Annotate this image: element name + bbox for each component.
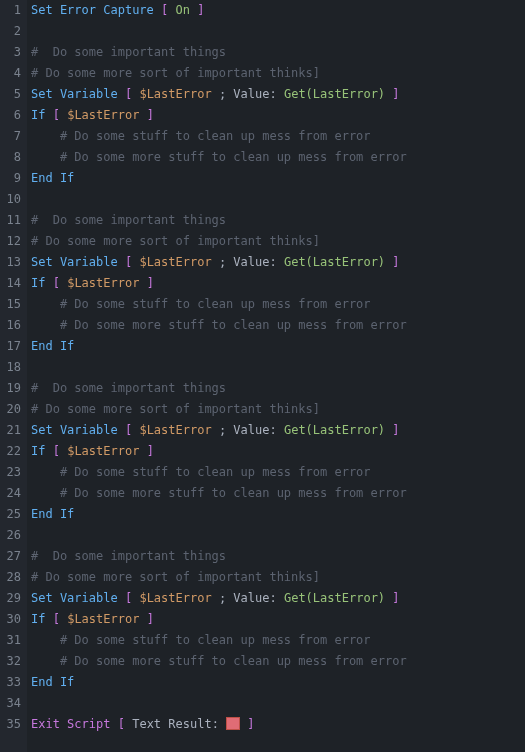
line-number: 13 xyxy=(0,252,21,273)
code-line[interactable]: Set Variable [ $LastError ; Value: Get(L… xyxy=(31,84,407,105)
code-line[interactable]: Exit Script [ Text Result: ] xyxy=(31,714,407,735)
code-line[interactable] xyxy=(31,525,407,546)
code-line[interactable]: End If xyxy=(31,672,407,693)
token-keyword: End If xyxy=(31,339,74,353)
token-keyword: If xyxy=(31,276,45,290)
line-number: 34 xyxy=(0,693,21,714)
line-number: 10 xyxy=(0,189,21,210)
code-line[interactable]: Set Variable [ $LastError ; Value: Get(L… xyxy=(31,420,407,441)
code-line[interactable]: If [ $LastError ] xyxy=(31,609,407,630)
token-comment: # Do some important things xyxy=(31,381,226,395)
line-number: 19 xyxy=(0,378,21,399)
line-number: 15 xyxy=(0,294,21,315)
token-text xyxy=(118,423,125,437)
token-var: $LastError xyxy=(67,612,139,626)
token-keyword: End If xyxy=(31,171,74,185)
token-text xyxy=(139,108,146,122)
token-comment: # Do some more stuff to clean up mess fr… xyxy=(60,318,407,332)
token-comment: # Do some more sort of important thinks] xyxy=(31,234,320,248)
line-number: 8 xyxy=(0,147,21,168)
code-line[interactable]: # Do some more stuff to clean up mess fr… xyxy=(31,483,407,504)
token-comment: # Do some important things xyxy=(31,45,226,59)
line-number: 21 xyxy=(0,420,21,441)
token-text: ; xyxy=(212,423,234,437)
code-line[interactable]: # Do some more stuff to clean up mess fr… xyxy=(31,315,407,336)
token-text xyxy=(45,612,52,626)
token-text: Value: xyxy=(233,87,276,101)
code-line[interactable]: Set Error Capture [ On ] xyxy=(31,0,407,21)
code-line[interactable]: # Do some more sort of important thinks] xyxy=(31,399,407,420)
token-comment: # Do some stuff to clean up mess from er… xyxy=(60,129,371,143)
line-number: 17 xyxy=(0,336,21,357)
token-keyword: If xyxy=(31,612,45,626)
code-area[interactable]: Set Error Capture [ On ]# Do some import… xyxy=(27,0,407,752)
token-text: Value: xyxy=(233,423,276,437)
code-line[interactable] xyxy=(31,693,407,714)
token-var: $LastError xyxy=(67,444,139,458)
line-number: 33 xyxy=(0,672,21,693)
line-number: 5 xyxy=(0,84,21,105)
line-number: 14 xyxy=(0,273,21,294)
code-line[interactable] xyxy=(31,189,407,210)
token-punct: ] xyxy=(392,423,399,437)
line-number: 7 xyxy=(0,126,21,147)
line-number: 2 xyxy=(0,21,21,42)
token-text xyxy=(139,444,146,458)
code-line[interactable]: If [ $LastError ] xyxy=(31,105,407,126)
code-line[interactable]: # Do some stuff to clean up mess from er… xyxy=(31,126,407,147)
token-cmd: Set Variable xyxy=(31,255,118,269)
code-line[interactable]: # Do some more stuff to clean up mess fr… xyxy=(31,651,407,672)
token-punct: [ xyxy=(53,276,60,290)
token-keyword: End If xyxy=(31,507,74,521)
code-line[interactable]: # Do some more stuff to clean up mess fr… xyxy=(31,147,407,168)
code-line[interactable]: # Do some more sort of important thinks] xyxy=(31,231,407,252)
code-line[interactable]: End If xyxy=(31,336,407,357)
token-text: Text Result: xyxy=(132,717,219,731)
token-text xyxy=(277,423,284,437)
code-line[interactable] xyxy=(31,357,407,378)
token-punct: ] xyxy=(147,612,154,626)
code-line[interactable]: # Do some stuff to clean up mess from er… xyxy=(31,294,407,315)
token-text xyxy=(277,255,284,269)
code-line[interactable] xyxy=(31,21,407,42)
line-number: 20 xyxy=(0,399,21,420)
token-punct: ] xyxy=(392,87,399,101)
token-comment: # Do some important things xyxy=(31,213,226,227)
token-keyword: If xyxy=(31,444,45,458)
token-cmd: Set Error Capture xyxy=(31,3,154,17)
token-text: Value: xyxy=(233,591,276,605)
code-line[interactable]: # Do some important things xyxy=(31,42,407,63)
token-punct: ] xyxy=(147,276,154,290)
code-line[interactable]: Set Variable [ $LastError ; Value: Get(L… xyxy=(31,252,407,273)
line-number: 30 xyxy=(0,609,21,630)
code-line[interactable]: If [ $LastError ] xyxy=(31,441,407,462)
code-line[interactable]: # Do some important things xyxy=(31,546,407,567)
token-text: ; xyxy=(212,87,234,101)
token-text xyxy=(277,591,284,605)
code-line[interactable]: End If xyxy=(31,168,407,189)
code-line[interactable]: If [ $LastError ] xyxy=(31,273,407,294)
token-value: Get(LastError) xyxy=(284,591,385,605)
token-value: Get(LastError) xyxy=(284,87,385,101)
line-number: 27 xyxy=(0,546,21,567)
code-line[interactable]: # Do some important things xyxy=(31,378,407,399)
code-line[interactable]: End If xyxy=(31,504,407,525)
token-comment: # Do some more stuff to clean up mess fr… xyxy=(60,150,407,164)
code-line[interactable]: # Do some more sort of important thinks] xyxy=(31,63,407,84)
token-var: $LastError xyxy=(139,591,211,605)
token-punct: [ xyxy=(118,717,125,731)
code-line[interactable]: Set Variable [ $LastError ; Value: Get(L… xyxy=(31,588,407,609)
token-punct: ] xyxy=(147,444,154,458)
code-line[interactable]: # Do some stuff to clean up mess from er… xyxy=(31,630,407,651)
token-punct: [ xyxy=(53,108,60,122)
token-punct: ] xyxy=(392,255,399,269)
code-line[interactable]: # Do some stuff to clean up mess from er… xyxy=(31,462,407,483)
code-line[interactable]: # Do some more sort of important thinks] xyxy=(31,567,407,588)
line-number: 1 xyxy=(0,0,21,21)
token-comment: # Do some more stuff to clean up mess fr… xyxy=(60,654,407,668)
code-line[interactable]: # Do some important things xyxy=(31,210,407,231)
token-text xyxy=(277,87,284,101)
error-pill xyxy=(226,717,240,730)
token-text xyxy=(118,591,125,605)
token-text xyxy=(118,87,125,101)
